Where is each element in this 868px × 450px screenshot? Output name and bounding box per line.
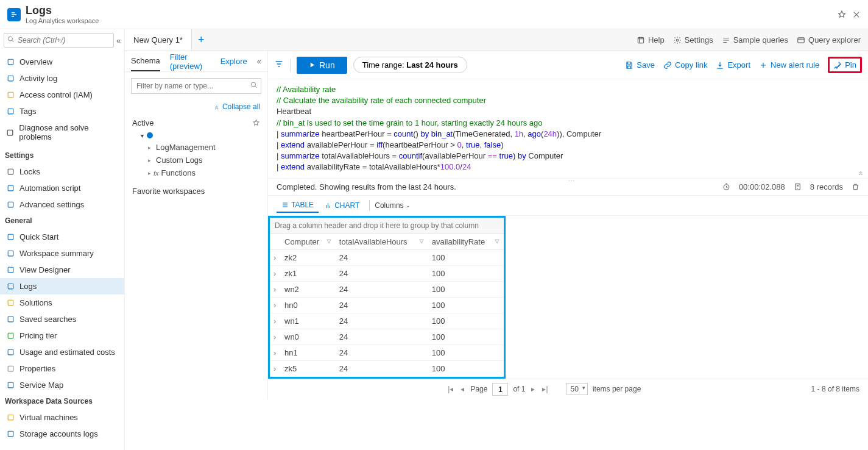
- query-explorer-button[interactable]: Query explorer: [797, 35, 861, 45]
- settings-button[interactable]: Settings: [673, 35, 713, 45]
- page-number-input[interactable]: [492, 383, 508, 396]
- stopwatch-icon: [722, 183, 730, 191]
- nav-item[interactable]: Logs: [0, 278, 124, 295]
- schema-tree-node[interactable]: ▸ Custom Logs: [132, 154, 260, 166]
- workspace-node[interactable]: ▾: [132, 130, 260, 141]
- run-button[interactable]: Run: [297, 57, 347, 74]
- nav-item[interactable]: Advanced settings: [0, 196, 124, 213]
- export-button[interactable]: Export: [716, 60, 750, 70]
- expand-row-icon[interactable]: ›: [270, 297, 281, 313]
- nav-item-icon: [6, 129, 14, 137]
- nav-search-input[interactable]: [4, 33, 114, 48]
- nav-item[interactable]: Access control (IAM): [0, 87, 124, 103]
- schema-tree-node[interactable]: ▸ fx Functions: [132, 166, 260, 179]
- table-row[interactable]: ›hn124100: [270, 345, 504, 360]
- collapse-results-icon[interactable]: [857, 169, 864, 178]
- table-cell: 24: [336, 360, 428, 376]
- column-header[interactable]: Computer: [281, 234, 336, 250]
- nav-item[interactable]: Workspace summary: [0, 245, 124, 262]
- table-row[interactable]: ›wn124100: [270, 313, 504, 329]
- nav-item[interactable]: Overview: [0, 54, 124, 70]
- page-size-select[interactable]: 50: [566, 383, 588, 395]
- schema-filter-input[interactable]: [131, 78, 261, 94]
- nav-item[interactable]: Virtual machines: [0, 409, 124, 426]
- star-icon[interactable]: [252, 119, 260, 127]
- nav-item[interactable]: Tags: [0, 103, 124, 120]
- resize-handle-icon[interactable]: ⋯: [568, 177, 576, 184]
- schema-tree-node[interactable]: ▸ LogManagement: [132, 141, 260, 154]
- table-row[interactable]: ›zk524100: [270, 360, 504, 376]
- new-alert-button[interactable]: New alert rule: [759, 60, 819, 70]
- filter-icon[interactable]: [418, 237, 425, 246]
- query-editor[interactable]: // Availability rate// Calculate the ava…: [268, 79, 868, 179]
- time-range-label: Time range:: [362, 60, 404, 70]
- nav-item-icon: [6, 348, 15, 356]
- schema-collapse-icon[interactable]: «: [257, 57, 261, 66]
- nav-item[interactable]: Service Map: [0, 377, 124, 393]
- table-row[interactable]: ›zk224100: [270, 249, 504, 265]
- copy-link-button[interactable]: Copy link: [663, 60, 707, 70]
- nav-item[interactable]: Solutions: [0, 295, 124, 311]
- nav-item[interactable]: Locks: [0, 163, 124, 180]
- nav-item[interactable]: Storage accounts logs: [0, 426, 124, 442]
- column-header[interactable]: totalAvailableHours: [336, 234, 428, 250]
- nav-item[interactable]: Properties: [0, 360, 124, 377]
- table-row[interactable]: ›wn024100: [270, 329, 504, 345]
- left-nav: « OverviewActivity logAccess control (IA…: [0, 29, 125, 450]
- pin-icon[interactable]: [838, 10, 846, 19]
- pager-next-icon[interactable]: ▸: [530, 385, 536, 393]
- tab-explore[interactable]: Explore: [221, 52, 247, 71]
- tab-schema[interactable]: Schema: [131, 51, 160, 71]
- delete-icon[interactable]: [852, 183, 859, 191]
- expand-row-icon[interactable]: ›: [270, 265, 281, 281]
- expand-row-icon[interactable]: ›: [270, 329, 281, 345]
- nav-item[interactable]: Saved searches: [0, 311, 124, 327]
- columns-button[interactable]: Columns ⌄: [375, 201, 410, 210]
- table-row[interactable]: ›wn224100: [270, 281, 504, 297]
- svg-rect-21: [638, 37, 643, 43]
- nav-item[interactable]: Quick Start: [0, 229, 124, 245]
- table-cell: 24: [336, 249, 428, 265]
- nav-item[interactable]: Pricing tier: [0, 327, 124, 344]
- table-row[interactable]: ›hn024100: [270, 297, 504, 313]
- pager-last-icon[interactable]: ▸|: [541, 385, 549, 393]
- tab-filter[interactable]: Filter (preview): [170, 48, 211, 76]
- nav-item[interactable]: Activity log: [0, 70, 124, 87]
- nav-collapse-icon[interactable]: «: [114, 36, 123, 45]
- view-table-tab[interactable]: TABLE: [277, 198, 319, 213]
- table-cell: zk1: [281, 265, 336, 281]
- filter-icon[interactable]: [326, 237, 332, 246]
- nav-item[interactable]: Usage and estimated costs: [0, 344, 124, 360]
- nav-item-label: Solutions: [19, 298, 52, 307]
- svg-rect-18: [8, 382, 13, 388]
- nav-item[interactable]: Automation script: [0, 180, 124, 196]
- pager-prev-icon[interactable]: ◂: [459, 385, 465, 393]
- filter-icon[interactable]: [494, 237, 500, 246]
- sample-queries-button[interactable]: Sample queries: [722, 35, 788, 45]
- expand-row-icon[interactable]: ›: [270, 345, 281, 360]
- filter-settings-icon[interactable]: [274, 59, 284, 71]
- search-icon: [250, 82, 258, 91]
- save-button[interactable]: Save: [625, 60, 655, 70]
- group-drop-hint[interactable]: Drag a column header and drop it here to…: [270, 218, 504, 234]
- expand-row-icon[interactable]: ›: [270, 313, 281, 329]
- nav-item[interactable]: View Designer: [0, 262, 124, 278]
- nav-item-icon: [6, 249, 15, 257]
- svg-rect-7: [8, 185, 13, 191]
- view-chart-tab[interactable]: CHART: [320, 199, 364, 212]
- add-tab-button[interactable]: +: [192, 34, 211, 46]
- time-range-button[interactable]: Time range: Last 24 hours: [353, 57, 467, 73]
- nav-item[interactable]: Diagnose and solve problems: [0, 120, 124, 145]
- expand-row-icon[interactable]: ›: [270, 281, 281, 297]
- column-header[interactable]: availabilityRate: [428, 234, 504, 250]
- pager-first-icon[interactable]: |◂: [446, 385, 454, 393]
- pin-button[interactable]: Pin: [828, 57, 862, 73]
- collapse-all-button[interactable]: Collapse all: [125, 100, 267, 113]
- close-icon[interactable]: [852, 10, 861, 19]
- help-button[interactable]: Help: [637, 35, 665, 45]
- table-row[interactable]: ›zk124100: [270, 265, 504, 281]
- nav-item-icon: [6, 58, 15, 66]
- expand-row-icon[interactable]: ›: [270, 360, 281, 376]
- table-cell: 24: [336, 297, 428, 313]
- expand-row-icon[interactable]: ›: [270, 249, 281, 265]
